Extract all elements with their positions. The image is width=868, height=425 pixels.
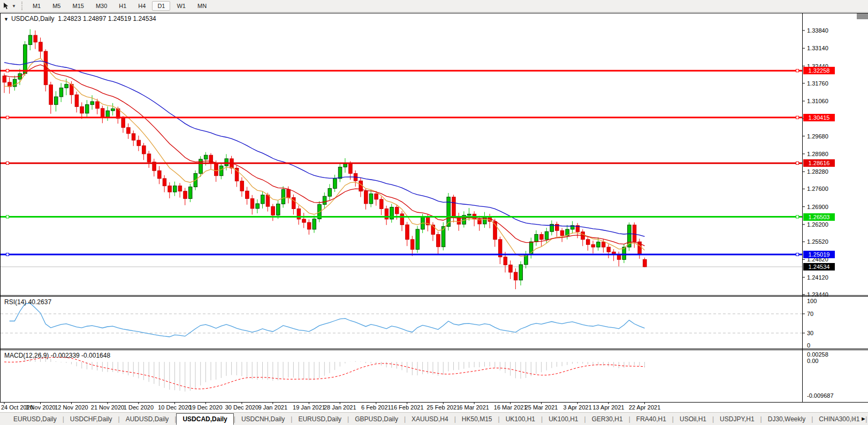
price-axis-label: 1.33840 bbox=[807, 27, 828, 34]
timeframe-button-m1[interactable]: M1 bbox=[27, 1, 46, 11]
tab-fra40-h1[interactable]: FRA40,H1 bbox=[630, 414, 672, 424]
rsi-axis-label: 30 bbox=[807, 330, 813, 336]
tab-uk100-h1[interactable]: UK100,H1 bbox=[543, 414, 584, 424]
toolbar-grip[interactable] bbox=[21, 2, 22, 10]
macd-pane[interactable] bbox=[1, 350, 802, 401]
level-line-handle[interactable] bbox=[6, 253, 9, 256]
tab-eurusd-daily[interactable]: EURUSD,Daily bbox=[292, 414, 347, 424]
chart-title: ▼USDCAD,Daily 1.24823 1.24897 1.24519 1.… bbox=[4, 15, 156, 22]
tab-dj30-weekly[interactable]: DJ30,Weekly bbox=[762, 414, 811, 424]
cursor-tool-button[interactable]: ▼ bbox=[2, 2, 16, 10]
price-axis-label: 1.28280 bbox=[807, 168, 828, 175]
date-axis-label: 1 Dec 2020 bbox=[124, 404, 154, 411]
chart-ohlc-values: 1.24823 1.24897 1.24519 1.24534 bbox=[58, 15, 156, 22]
date-axis-label: 12 Nov 2020 bbox=[55, 404, 88, 411]
date-axis-label: 13 Apr 2021 bbox=[592, 404, 624, 411]
date-axis-label: 3 Nov 2020 bbox=[25, 404, 55, 411]
tab-usdcnh-daily[interactable]: USDCNH,Daily bbox=[235, 414, 291, 424]
level-line-handle[interactable] bbox=[6, 69, 9, 72]
tab-gbpusd-daily[interactable]: GBPUSD,Daily bbox=[349, 414, 404, 424]
rsi-axis-label: 70 bbox=[807, 311, 813, 317]
date-axis-label: 19 Dec 2020 bbox=[189, 404, 222, 411]
timeframe-button-m5[interactable]: M5 bbox=[47, 1, 66, 11]
timeframe-button-m30[interactable]: M30 bbox=[90, 1, 112, 11]
price-level-badge: 1.25019 bbox=[803, 251, 835, 258]
price-axis-label: 1.26900 bbox=[807, 204, 828, 210]
date-axis-label: 21 Nov 2020 bbox=[91, 404, 124, 411]
macd-indicator-label: MACD(12,26,9) -0.002339 -0.001648 bbox=[4, 352, 110, 359]
rsi-axis-label: 0 bbox=[807, 342, 810, 349]
rsi-indicator-label: RSI(14) 40.2637 bbox=[4, 298, 51, 306]
date-axis-label: 10 Dec 2020 bbox=[158, 404, 191, 411]
chart-canvas[interactable] bbox=[0, 0, 868, 425]
price-level-badge: 1.26503 bbox=[803, 213, 835, 221]
price-axis-label: 1.23440 bbox=[807, 291, 828, 298]
chart-menu-dropdown-icon[interactable]: ▼ bbox=[4, 17, 9, 22]
timeframe-button-w1[interactable]: W1 bbox=[171, 1, 191, 11]
date-axis-label: 6 Feb 2021 bbox=[361, 404, 391, 411]
main-chart-pane[interactable] bbox=[1, 13, 802, 295]
date-axis-label: 9 Jan 2021 bbox=[258, 404, 287, 411]
price-axis-label: 1.28980 bbox=[807, 151, 828, 157]
level-line-handle[interactable] bbox=[6, 116, 9, 119]
price-axis-label: 1.24120 bbox=[807, 274, 828, 281]
chart-shift-marker[interactable] bbox=[857, 13, 868, 19]
tab-scroll-arrows: ◄ ► bbox=[849, 415, 866, 422]
tab-hk50-m15[interactable]: HK50,M15 bbox=[456, 414, 498, 424]
date-axis-label: 16 Mar 2021 bbox=[494, 404, 527, 411]
level-line-handle[interactable] bbox=[796, 162, 799, 165]
level-line-handle[interactable] bbox=[796, 116, 799, 119]
date-axis-label: 3 Apr 2021 bbox=[564, 404, 592, 411]
tab-eurusd-daily[interactable]: EURUSD,Daily bbox=[7, 414, 63, 424]
price-level-badge: 1.24534 bbox=[803, 263, 835, 271]
level-line-handle[interactable] bbox=[6, 162, 9, 165]
price-level-badge: 1.28616 bbox=[803, 159, 835, 167]
tab-scroll-left-icon[interactable]: ◄ bbox=[849, 415, 855, 422]
macd-axis-label: -0.009687 bbox=[807, 392, 834, 399]
tab-uk100-h1[interactable]: UK100,H1 bbox=[500, 414, 541, 424]
rsi-axis-label: 100 bbox=[807, 298, 817, 304]
date-axis-label: 19 Jan 2021 bbox=[293, 404, 325, 411]
date-axis-label: 6 Mar 2021 bbox=[459, 404, 489, 411]
price-axis-label: 1.27600 bbox=[807, 186, 828, 192]
macd-axis-label: 0.00 bbox=[807, 358, 818, 364]
mt4-window: ▼ M1M5M15M30H1H4D1W1MN ▼USDCAD,Daily 1.2… bbox=[0, 0, 868, 425]
tab-ger30-h1[interactable]: GER30,H1 bbox=[586, 414, 629, 424]
date-axis-label: 28 Jan 2021 bbox=[324, 404, 356, 411]
price-level-badge: 1.32258 bbox=[803, 67, 835, 74]
price-axis-label: 1.29680 bbox=[807, 133, 828, 140]
tab-usdchf-daily[interactable]: USDCHF,Daily bbox=[64, 414, 118, 424]
level-line-handle[interactable] bbox=[796, 253, 799, 256]
tab-usdcad-daily[interactable]: USDCAD,Daily bbox=[176, 413, 233, 425]
tab-xauusd-h4[interactable]: XAUUSD,H4 bbox=[406, 414, 454, 424]
timeframe-button-d1[interactable]: D1 bbox=[152, 1, 170, 11]
date-axis-label: 16 Feb 2021 bbox=[391, 404, 424, 411]
cursor-dropdown-caret-icon[interactable]: ▼ bbox=[12, 4, 16, 9]
tab-usoil-h1[interactable]: USOil,H1 bbox=[674, 414, 712, 424]
price-axis-label: 1.33140 bbox=[807, 45, 828, 51]
chart-tab-bar: EURUSD,Daily|USDCHF,Daily|AUDUSD,Daily|U… bbox=[0, 412, 868, 425]
cursor-icon bbox=[2, 2, 10, 10]
level-line-handle[interactable] bbox=[796, 215, 799, 218]
timeframe-button-mn[interactable]: MN bbox=[192, 1, 212, 11]
price-axis-label: 1.31060 bbox=[807, 98, 828, 104]
date-axis-label: 30 Dec 2020 bbox=[225, 404, 258, 411]
timeframe-button-m15[interactable]: M15 bbox=[67, 1, 89, 11]
timeframe-button-h1[interactable]: H1 bbox=[113, 1, 132, 11]
level-line-handle[interactable] bbox=[796, 69, 799, 72]
rsi-pane[interactable] bbox=[1, 297, 802, 348]
price-level-badge: 1.30415 bbox=[803, 114, 835, 121]
price-axis-label: 1.31760 bbox=[807, 80, 828, 87]
price-axis-label: 1.25520 bbox=[807, 238, 828, 245]
price-axis-label: 1.26200 bbox=[807, 221, 828, 228]
tab-usdjpy-h1[interactable]: USDJPY,H1 bbox=[714, 414, 760, 424]
level-line-handle[interactable] bbox=[6, 215, 9, 218]
tab-audusd-daily[interactable]: AUDUSD,Daily bbox=[120, 414, 175, 424]
timeframe-button-h4[interactable]: H4 bbox=[133, 1, 151, 11]
macd-axis-label: 0.00258 bbox=[807, 351, 828, 358]
date-axis-label: 22 Apr 2021 bbox=[629, 404, 660, 411]
date-axis-label: 25 Mar 2021 bbox=[525, 404, 558, 411]
tab-scroll-right-icon[interactable]: ► bbox=[861, 415, 866, 422]
chart-symbol-label: USDCAD,Daily bbox=[11, 15, 55, 22]
toolbar: ▼ M1M5M15M30H1H4D1W1MN bbox=[0, 0, 868, 12]
